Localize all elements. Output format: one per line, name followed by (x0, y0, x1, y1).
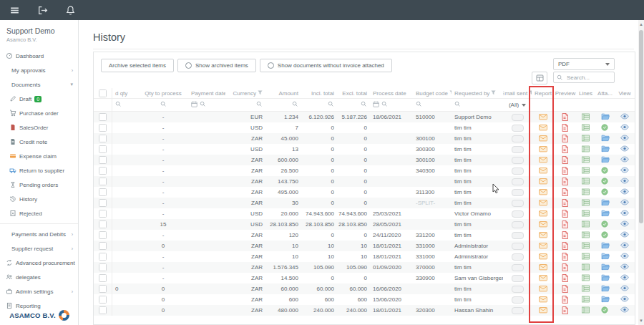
report-envelope-icon[interactable] (539, 156, 547, 164)
view-eye-icon[interactable] (620, 220, 629, 228)
email-sent-toggle[interactable] (512, 125, 524, 132)
attachment-badge-icon[interactable] (601, 231, 610, 239)
lines-lines-icon[interactable] (582, 199, 590, 207)
filter-cell-incl-total[interactable] (301, 99, 337, 111)
lines-lines-icon[interactable] (582, 306, 590, 314)
email-sent-toggle[interactable] (512, 243, 524, 250)
attachment-folder-icon[interactable] (601, 274, 610, 282)
sidebar-item-rejected[interactable]: Rejected (0, 206, 78, 220)
filter-cell-currency[interactable] (225, 99, 265, 111)
attachment-folder-icon[interactable] (601, 285, 610, 293)
search-icon[interactable] (328, 101, 334, 109)
view-eye-icon[interactable] (620, 199, 629, 207)
menu-icon[interactable] (9, 5, 20, 16)
row-checkbox[interactable] (99, 274, 107, 282)
email-sent-filter-value[interactable]: (All) (509, 102, 519, 108)
email-sent-toggle[interactable] (512, 264, 524, 271)
report-envelope-icon[interactable] (539, 113, 547, 121)
row-checkbox[interactable] (99, 242, 107, 250)
email-sent-toggle[interactable] (512, 296, 524, 304)
column-header-cb[interactable] (94, 88, 112, 98)
attachment-folder-icon[interactable] (601, 156, 610, 164)
preview-pdf-icon[interactable] (561, 188, 570, 196)
attachment-folder-icon[interactable] (601, 296, 610, 304)
column-header-budget-code[interactable]: Budget code (413, 88, 452, 98)
email-sent-toggle[interactable] (512, 232, 524, 239)
preview-pdf-icon[interactable] (561, 178, 570, 185)
column-header-currency[interactable]: Currency (225, 88, 265, 98)
report-envelope-icon[interactable] (539, 263, 547, 271)
row-checkbox[interactable] (99, 156, 107, 164)
email-sent-toggle[interactable] (512, 253, 524, 261)
column-header-incl-total[interactable]: Incl. total (301, 88, 337, 98)
filter-cell-recv-qty[interactable] (112, 99, 138, 111)
search-icon[interactable] (381, 101, 388, 109)
preview-pdf-icon[interactable] (561, 113, 570, 121)
view-eye-icon[interactable] (620, 242, 629, 250)
filter-funnel-icon[interactable] (258, 90, 263, 97)
search-icon[interactable] (256, 101, 263, 109)
attachment-badge-icon[interactable] (601, 188, 610, 196)
email-sent-toggle[interactable] (512, 157, 524, 164)
attachment-badge-icon[interactable] (601, 178, 610, 185)
column-header-amount[interactable]: Amount (265, 88, 301, 98)
email-sent-toggle[interactable] (512, 146, 524, 153)
search-icon[interactable] (416, 101, 422, 109)
sidebar-item-credit-note[interactable]: Credit note (0, 135, 78, 149)
preview-pdf-icon[interactable] (561, 124, 570, 132)
scrollbar-thumb[interactable] (639, 30, 643, 223)
scroll-up-icon[interactable]: ▲ (638, 21, 644, 28)
row-checkbox[interactable] (99, 253, 107, 261)
column-header-preview[interactable]: Preview (555, 88, 576, 98)
report-envelope-icon[interactable] (539, 242, 547, 250)
report-envelope-icon[interactable] (539, 135, 547, 142)
sidebar-item-purchase-order[interactable]: Purchase order (0, 106, 78, 120)
report-envelope-icon[interactable] (539, 167, 547, 175)
row-checkbox[interactable] (99, 178, 107, 185)
email-sent-toggle[interactable] (512, 178, 524, 185)
preview-pdf-icon[interactable] (561, 199, 570, 207)
column-header-requested-by[interactable]: Requested by (452, 88, 503, 98)
column-header-report[interactable]: Report (532, 88, 555, 98)
sidebar-item-salesorder[interactable]: SalesOrder (0, 120, 78, 135)
search-icon[interactable] (200, 101, 206, 109)
preview-pdf-icon[interactable] (561, 253, 570, 261)
report-envelope-icon[interactable] (539, 145, 547, 153)
row-checkbox[interactable] (99, 306, 107, 314)
view-eye-icon[interactable] (620, 274, 629, 282)
row-checkbox[interactable] (99, 113, 107, 121)
preview-pdf-icon[interactable] (561, 220, 570, 228)
attachment-folder-icon[interactable] (601, 242, 610, 250)
attachment-badge-icon[interactable] (601, 220, 610, 228)
view-eye-icon[interactable] (620, 188, 629, 196)
bell-icon[interactable] (65, 5, 76, 16)
sidebar-item-admin-settings[interactable]: Admin settings› (0, 284, 78, 299)
filter-cell-process-date[interactable] (370, 99, 413, 111)
preview-pdf-icon[interactable] (561, 156, 570, 164)
email-sent-toggle[interactable] (512, 307, 524, 314)
view-eye-icon[interactable] (620, 167, 629, 175)
email-sent-toggle[interactable] (512, 135, 524, 142)
sidebar-item-delegates[interactable]: delegates (0, 270, 78, 284)
report-envelope-icon[interactable] (539, 231, 547, 239)
report-envelope-icon[interactable] (539, 124, 547, 132)
search-icon[interactable] (361, 101, 367, 109)
preview-pdf-icon[interactable] (561, 306, 570, 314)
row-checkbox[interactable] (99, 231, 107, 239)
sidebar-item-draft[interactable]: Draft0 (0, 92, 78, 106)
email-sent-toggle[interactable] (512, 114, 524, 121)
view-eye-icon[interactable] (620, 135, 629, 142)
scroll-down-icon[interactable]: ▼ (638, 317, 644, 324)
row-checkbox[interactable] (99, 188, 107, 196)
attachment-badge-icon[interactable] (601, 306, 610, 314)
column-header-view[interactable]: View (615, 88, 635, 98)
view-eye-icon[interactable] (620, 306, 629, 314)
lines-lines-icon[interactable] (582, 113, 590, 121)
preview-pdf-icon[interactable] (561, 210, 570, 218)
attachment-folder-icon[interactable] (601, 199, 610, 207)
filter-cell-amount[interactable] (265, 99, 301, 111)
attachment-folder-icon[interactable] (601, 263, 610, 271)
report-envelope-icon[interactable] (539, 306, 547, 314)
sidebar-item-payments-and-debits[interactable]: Payments and Debits› (0, 227, 78, 241)
calendar-icon[interactable] (373, 101, 379, 109)
